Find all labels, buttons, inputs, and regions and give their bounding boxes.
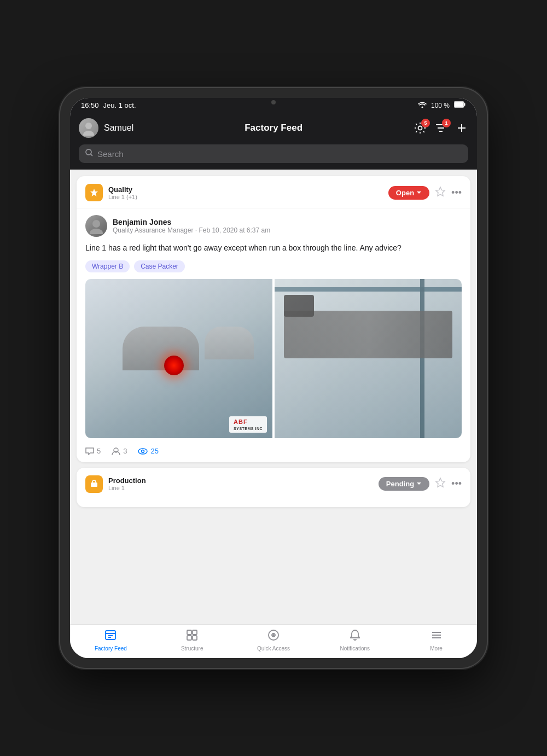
notifications-icon <box>349 629 361 644</box>
followers-count: 3 <box>123 447 127 455</box>
feed-card-2: Production Line 1 Pending <box>77 468 470 507</box>
svg-point-6 <box>418 126 422 130</box>
svg-rect-25 <box>193 630 197 635</box>
author-meta: Quality Assurance Manager · Feb 10, 2020… <box>113 226 270 234</box>
filter-button[interactable]: 1 <box>434 121 447 135</box>
svg-point-4 <box>85 123 92 129</box>
svg-point-0 <box>421 107 423 108</box>
category-name: Quality <box>108 185 137 194</box>
author-avatar <box>85 215 107 237</box>
card-header-2: Production Line 1 Pending <box>85 475 462 493</box>
tag-case-packer[interactable]: Case Packer <box>134 260 185 272</box>
factory-feed-icon <box>104 629 117 644</box>
tab-notifications[interactable]: Notifications <box>339 629 371 652</box>
svg-rect-19 <box>91 482 97 487</box>
svg-rect-27 <box>193 636 197 640</box>
settings-badge: 5 <box>421 119 430 127</box>
post-author: Benjamin Jones Quality Assurance Manager… <box>85 215 462 237</box>
status-button-pending[interactable]: Pending <box>379 477 429 491</box>
category-sub: Line 1 (+1) <box>108 194 137 200</box>
author-name: Benjamin Jones <box>113 218 270 226</box>
star-icon-2[interactable] <box>435 477 446 491</box>
views-stat[interactable]: 25 <box>138 447 158 455</box>
comments-count: 5 <box>97 447 101 455</box>
svg-rect-3 <box>464 103 465 106</box>
top-nav: Samuel Factory Feed 5 <box>70 113 477 144</box>
nav-actions: 5 1 <box>414 121 468 135</box>
battery-text: 100 % <box>431 102 450 109</box>
status-time: 16:50 <box>81 101 99 109</box>
tab-structure[interactable]: Structure <box>176 629 208 652</box>
svg-point-15 <box>90 229 103 234</box>
category-icon-production <box>85 475 103 493</box>
post-image-left[interactable]: ABF SYSTEMS INC <box>85 279 272 438</box>
tab-factory-feed[interactable]: Factory Feed <box>94 629 127 652</box>
nav-title: Factory Feed <box>245 123 302 133</box>
svg-point-14 <box>92 220 100 228</box>
quick-access-icon <box>267 629 280 644</box>
search-input-wrap[interactable]: Search <box>79 144 468 163</box>
glass-panel-right <box>275 279 462 438</box>
svg-rect-20 <box>106 631 115 639</box>
svg-point-12 <box>86 149 91 155</box>
content-area: Quality Line 1 (+1) Open <box>70 170 477 624</box>
red-light-indicator <box>164 356 184 375</box>
add-button[interactable] <box>455 121 468 135</box>
star-icon[interactable] <box>435 186 446 200</box>
svg-rect-2 <box>455 102 463 107</box>
images-grid: ABF SYSTEMS INC <box>85 279 462 438</box>
filter-badge: 1 <box>442 119 451 127</box>
card-header-left-2: Production Line 1 <box>85 475 146 493</box>
tag-wrapper-b[interactable]: Wrapper B <box>85 260 130 272</box>
settings-button[interactable]: 5 <box>414 121 427 135</box>
search-bar: Search <box>70 144 477 170</box>
card-header-right: Open ••• <box>388 186 462 200</box>
wifi-icon <box>418 101 427 109</box>
card-divider <box>77 208 470 208</box>
category-icon-quality <box>85 184 103 201</box>
post-date: Feb 10, 2020 at 6:37 am <box>199 226 270 234</box>
status-button-open[interactable]: Open <box>388 186 429 200</box>
nav-username: Samuel <box>104 123 133 133</box>
category-text: Quality Line 1 (+1) <box>108 185 137 200</box>
more-menu-icon[interactable]: ••• <box>451 187 462 199</box>
category-name-2: Production <box>108 476 146 485</box>
svg-rect-24 <box>187 630 191 635</box>
camera-notch <box>271 100 276 104</box>
status-date: Jeu. 1 oct. <box>103 101 136 109</box>
author-info: Benjamin Jones Quality Assurance Manager… <box>113 218 270 234</box>
stats-row: 5 3 25 <box>85 445 462 456</box>
nav-user[interactable]: Samuel <box>79 118 133 138</box>
post-text: Line 1 has a red light that won't go awa… <box>85 242 462 254</box>
device-frame: 16:50 Jeu. 1 oct. 100 % <box>60 88 487 668</box>
battery-icon <box>454 101 466 109</box>
svg-line-13 <box>91 154 92 156</box>
search-icon <box>85 149 93 159</box>
tab-quick-access-label: Quick Access <box>257 645 290 652</box>
card-header-left: Quality Line 1 (+1) <box>85 184 137 201</box>
tab-notifications-label: Notifications <box>340 645 370 652</box>
svg-point-18 <box>142 450 144 452</box>
more-menu-icon-2[interactable]: ••• <box>451 478 462 490</box>
tab-quick-access[interactable]: Quick Access <box>257 629 290 652</box>
feed-card-1: Quality Line 1 (+1) Open <box>77 176 470 462</box>
views-count: 25 <box>150 447 158 455</box>
avatar <box>79 118 98 138</box>
structure-icon <box>186 629 198 644</box>
followers-stat[interactable]: 3 <box>112 447 127 456</box>
category-text-2: Production Line 1 <box>108 476 146 491</box>
card-header-right-2: Pending ••• <box>379 477 462 491</box>
status-right: 100 % <box>418 101 466 109</box>
post-image-right[interactable] <box>275 279 462 438</box>
device-screen: 16:50 Jeu. 1 oct. 100 % <box>70 98 477 658</box>
category-sub-2: Line 1 <box>108 485 146 491</box>
svg-point-17 <box>138 449 147 454</box>
comments-stat[interactable]: 5 <box>85 447 101 455</box>
tab-factory-feed-label: Factory Feed <box>95 645 127 652</box>
tags-row: Wrapper B Case Packer <box>85 260 462 272</box>
more-icon <box>430 629 443 644</box>
svg-rect-26 <box>187 636 191 640</box>
tab-more[interactable]: More <box>420 629 453 652</box>
card-header-1: Quality Line 1 (+1) Open <box>85 184 462 201</box>
abf-logo: ABF SYSTEMS INC <box>229 416 267 432</box>
